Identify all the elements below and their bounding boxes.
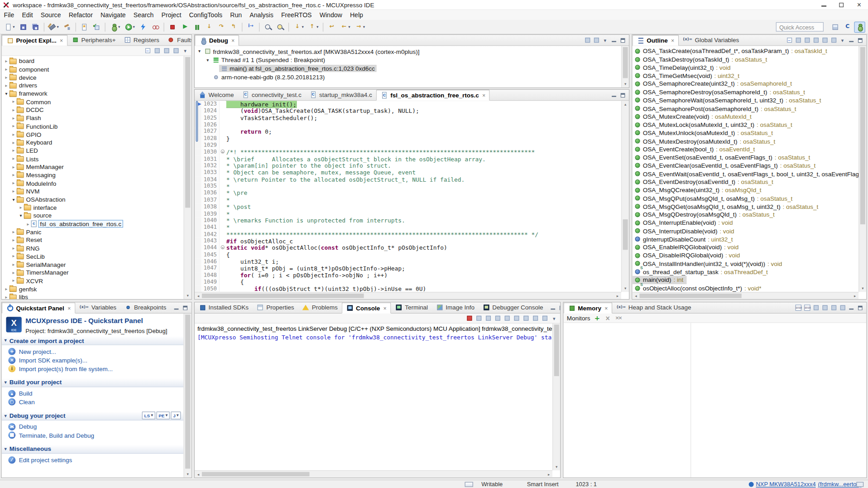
toolbar-step-into-button[interactable] xyxy=(204,21,215,32)
tab-memory[interactable]: Memory× xyxy=(563,302,612,313)
project-item-led[interactable]: ▸LED xyxy=(2,146,184,155)
scrollbar-thumb[interactable] xyxy=(185,314,190,469)
expand-arrow-icon[interactable]: ▸ xyxy=(10,124,16,129)
scroll-right-arrow-icon[interactable]: ▸ xyxy=(614,292,621,299)
menu-configtools[interactable]: ConfigTools xyxy=(185,10,226,20)
outline-item-osa-interruptdisable[interactable]: OSA_InterruptDisable(void) : void xyxy=(632,227,738,235)
toolbar-build-button[interactable]: ▾ xyxy=(47,21,61,32)
link-memory-rendering-icon[interactable] xyxy=(821,304,829,312)
project-item-drivers[interactable]: ▸drivers xyxy=(2,82,184,90)
project-item-timersmanager[interactable]: ▸TimersManager xyxy=(2,269,184,277)
toolbar-previous-annotation-button[interactable]: ▾ xyxy=(307,21,320,32)
close-tab-icon[interactable]: × xyxy=(671,38,674,43)
project-item-fsl-os-abstraction-free-rtos-c[interactable]: ▸fsl_os_abstraction_free_rtos.c xyxy=(2,220,184,228)
toolbar-step-return-button[interactable] xyxy=(228,21,239,32)
outline-item-osa-semaphoredestroy[interactable]: OSA_SemaphoreDestroy(osaSemaphoreId_t) :… xyxy=(632,88,808,96)
fold-collapse-icon[interactable] xyxy=(221,246,225,250)
project-item-seclib[interactable]: ▸SecLib xyxy=(2,252,184,261)
toolbar-step-over-button[interactable] xyxy=(216,21,227,32)
project-item-component[interactable]: ▸component xyxy=(2,65,184,73)
expand-arrow-icon[interactable]: ▸ xyxy=(10,254,16,259)
project-item-device[interactable]: ▸device xyxy=(2,73,184,82)
quick-access-box[interactable]: Quick Access xyxy=(776,22,824,32)
debug-probe-j-button[interactable]: J▾ xyxy=(171,411,181,419)
minimize-icon[interactable] xyxy=(848,304,855,312)
tab-project-expl[interactable]: Project Expl...× xyxy=(2,35,67,46)
link-with-editor-icon[interactable] xyxy=(163,47,170,54)
scrollbar-thumb[interactable] xyxy=(202,294,364,298)
debug-item-arm-none-eabi-gdb-8-2-5[interactable]: arm-none-eabi-gdb (8.2.50.20181213) xyxy=(195,73,621,82)
expand-arrow-icon[interactable]: ▸ xyxy=(10,156,16,161)
project-item-osabstraction[interactable]: ▾OSAbstraction xyxy=(2,195,184,203)
expand-arrow-icon[interactable]: ▸ xyxy=(10,116,16,121)
debug-view-layout-icon[interactable] xyxy=(584,36,591,44)
tab-quickstart-panel[interactable]: Quickstart Panel× xyxy=(2,302,76,313)
expand-arrow-icon[interactable]: ▸ xyxy=(10,164,16,169)
expand-arrow-icon[interactable]: ▸ xyxy=(3,75,9,80)
scroll-lock-icon[interactable] xyxy=(503,314,511,322)
expand-arrow-icon[interactable]: ▸ xyxy=(10,173,16,178)
expand-arrow-icon[interactable]: ▸ xyxy=(18,205,24,210)
debug-probe-pe-button[interactable]: PE▾ xyxy=(156,411,170,419)
menu-help[interactable]: Help xyxy=(346,10,367,20)
close-tab-icon[interactable]: × xyxy=(231,38,235,43)
scroll-left-arrow-icon[interactable]: ◂ xyxy=(195,292,202,299)
import-project-s-from-file-system-action[interactable]: iImport project(s) from file system... xyxy=(2,364,184,373)
menu-refactor[interactable]: Refactor xyxy=(65,10,96,20)
project-item-functionlib[interactable]: ▸FunctionLib xyxy=(2,122,184,130)
tab-variables[interactable]: Variables xyxy=(75,302,120,313)
toolbar-open-element-button[interactable] xyxy=(262,21,273,32)
expand-arrow-icon[interactable]: ▸ xyxy=(3,83,9,88)
outline-item-osa-disableirqglobal[interactable]: OSA_DisableIRQGlobal(void) : void xyxy=(632,251,743,260)
project-item-reset[interactable]: ▸Reset xyxy=(2,236,184,244)
outline-item-osa-timegetmsec[interactable]: OSA_TimeGetMsec(void) : uint32_t xyxy=(632,72,743,80)
vertical-scrollbar[interactable]: ▴▾ xyxy=(621,101,629,292)
tab-fsl-os-abstraction-free-rtos-c[interactable]: fsl_os_abstraction_free_rtos.c× xyxy=(376,90,490,101)
project-item-framework[interactable]: ▾framework xyxy=(2,90,184,98)
expand-arrow-icon[interactable]: ▸ xyxy=(10,148,16,153)
debug-item-frdmkw38-connectivity-te[interactable]: ▾frdmkw38_connectivity_test_freertos.axf… xyxy=(195,47,621,56)
close-tab-icon[interactable]: × xyxy=(604,305,608,311)
sort-icon[interactable] xyxy=(794,36,802,44)
vertical-scrollbar[interactable]: ▴▾ xyxy=(858,46,866,292)
maximize-icon[interactable] xyxy=(182,304,189,312)
hide-fields-icon[interactable] xyxy=(803,36,811,44)
tab-startup-mkw38a4-c[interactable]: startup_mkw38a4.c xyxy=(305,89,376,100)
expand-arrow-icon[interactable]: ▸ xyxy=(10,237,16,242)
section-header-create-or-import-a-project[interactable]: ▾Create or import a project xyxy=(2,336,184,345)
debug-probe-ls-button[interactable]: LS▾ xyxy=(142,411,155,419)
project-item-xcvr[interactable]: ▸XCVR xyxy=(2,277,184,285)
hide-non-public-members-icon[interactable] xyxy=(821,36,829,44)
debug-item-main-at-fsl-os-abstrac[interactable]: main() at fsl_os_abstraction_free_rtos.c… xyxy=(195,64,621,73)
expand-arrow-icon[interactable]: ▸ xyxy=(10,278,16,283)
import-sdk-example-s-action[interactable]: ×Import SDK example(s)... xyxy=(2,356,184,364)
scrollbar-thumb[interactable] xyxy=(185,57,190,208)
expand-arrow-icon[interactable]: ▸ xyxy=(10,140,16,145)
select-working-set-icon[interactable] xyxy=(172,47,180,54)
new-project-action[interactable]: +New project... xyxy=(2,348,184,356)
menu-freertos[interactable]: FreeRTOS xyxy=(277,10,316,20)
outline-item-osobjectalloc[interactable]: SosObjectAlloc(const osObjectInfo_t*) : … xyxy=(632,284,764,292)
scroll-down-arrow-icon[interactable]: ▾ xyxy=(553,463,560,470)
tab-peripherals[interactable]: Peripherals+ xyxy=(67,34,120,45)
menu-source[interactable]: Source xyxy=(37,10,65,20)
project-item-genfsk[interactable]: ▸genfsk xyxy=(2,285,184,293)
expand-arrow-icon[interactable]: ▸ xyxy=(10,270,16,275)
maximize-icon[interactable] xyxy=(856,36,864,44)
collapse-arrow-icon[interactable]: ▾ xyxy=(3,91,9,96)
outline-item-osa-eventdestroy[interactable]: OSA_EventDestroy(osaEventId_t) : osaStat… xyxy=(632,178,777,186)
filter-icon[interactable] xyxy=(153,47,161,54)
background-progress-icon[interactable] xyxy=(856,482,863,487)
scroll-down-arrow-icon[interactable]: ▾ xyxy=(622,80,629,87)
toolbar-attach-probe-button[interactable] xyxy=(150,21,161,32)
expand-arrow-icon[interactable]: ▸ xyxy=(10,107,16,112)
menu-search[interactable]: Search xyxy=(129,10,158,20)
open-console-icon[interactable] xyxy=(541,314,548,322)
menu-window[interactable]: Window xyxy=(316,10,346,20)
outline-item-osa-eventclear[interactable]: OSA_EventClear(osaEventId_t, osaEventFla… xyxy=(632,161,819,169)
outline-item-osa-mutexunlock[interactable]: OSA_MutexUnlock(osaMutexId_t) : osaStatu… xyxy=(632,129,776,137)
minimize-window-button[interactable] xyxy=(815,0,832,10)
toolbar-search-button[interactable] xyxy=(274,21,285,32)
add-memory-monitor-icon[interactable] xyxy=(594,314,601,322)
vertical-scrollbar[interactable]: ▴▾ xyxy=(552,324,560,470)
